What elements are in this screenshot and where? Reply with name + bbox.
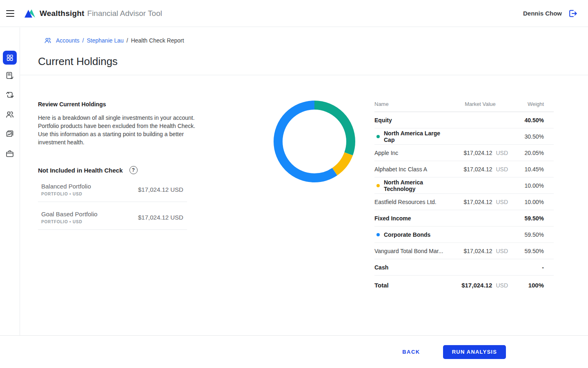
row-name: Total — [374, 282, 389, 289]
table-row: Alphabet Inc Class A $17,024.12 USD 10.4… — [374, 161, 554, 177]
row-name: Alphabet Inc Class A — [374, 166, 427, 173]
row-weight: 59.50% — [518, 231, 554, 238]
holdings-table-header: Name Market Value Weight — [374, 101, 554, 112]
intro-section: Review Current Holdings Here is a breakd… — [38, 101, 202, 146]
clients-icon — [44, 36, 52, 45]
repeat-icon — [5, 90, 15, 100]
sidebar-item-dashboard[interactable] — [3, 51, 17, 65]
portfolio-value: $17,024.12 USD — [138, 214, 187, 221]
user-name: Dennis Chow — [523, 10, 562, 17]
row-weight: 10.00% — [518, 199, 554, 205]
page-title: Current Holdings — [38, 55, 118, 68]
row-weight: 100% — [518, 282, 554, 289]
sidebar-item-transfers[interactable] — [5, 90, 15, 100]
excluded-heading: Not Included in Health Check — [38, 167, 123, 174]
sidebar-item-charts[interactable] — [5, 129, 15, 139]
top-bar: Wealthsight Financial Advisor Tool Denni… — [0, 0, 588, 27]
table-row: North America Technology 10.00% — [374, 177, 554, 194]
category-color-dot — [376, 135, 380, 138]
excluded-portfolio-item: Balanced Portfolio PORTFOLIO • USD $17,0… — [38, 174, 187, 202]
portfolio-meta: PORTFOLIO • USD — [41, 192, 138, 196]
briefcase-icon — [5, 149, 15, 159]
table-row: Apple Inc $17,024.12 USD 20.05% — [374, 145, 554, 161]
breadcrumb-separator: / — [127, 37, 128, 44]
row-weight: 30.50% — [518, 133, 554, 140]
row-weight: 20.05% — [518, 150, 554, 156]
logout-icon[interactable] — [568, 9, 578, 18]
title-divider — [20, 75, 588, 75]
category-color-dot — [376, 184, 380, 187]
row-weight: 10.00% — [518, 182, 554, 189]
brand-suffix: Financial Advisor Tool — [87, 9, 162, 18]
help-circle-icon[interactable] — [129, 166, 138, 174]
row-name: North America Technology — [384, 179, 452, 192]
row-market-value: $17,024.12 — [463, 166, 492, 173]
row-name: Cash — [374, 264, 388, 271]
portfolio-meta: PORTFOLIO • USD — [41, 220, 138, 224]
row-weight: 10.45% — [518, 166, 554, 173]
charts-icon — [5, 129, 15, 139]
back-button[interactable]: BACK — [402, 349, 420, 355]
brand-logo — [24, 9, 36, 18]
app-title: Wealthsight Financial Advisor Tool — [40, 9, 162, 18]
sidebar-item-portfolio[interactable] — [5, 149, 15, 159]
row-name: Corporate Bonds — [384, 231, 430, 238]
table-row: Fixed Income 59.50% — [374, 210, 554, 227]
excluded-list: Balanced Portfolio PORTFOLIO • USD $17,0… — [38, 174, 187, 230]
row-weight: 59.50% — [518, 215, 554, 222]
row-weight: 40.50% — [518, 117, 554, 123]
table-row: Eastfield Resources Ltd. $17,024.12 USD … — [374, 194, 554, 210]
breadcrumb-item: Health Check Report — [131, 37, 184, 44]
holdings-table: Name Market Value Weight Equity 40.50% N… — [374, 101, 554, 294]
table-row: Vanguard Total Bond Mar... $17,024.12 US… — [374, 243, 554, 259]
row-currency: USD — [496, 150, 508, 156]
row-currency: USD — [496, 282, 508, 289]
portfolio-value: $17,024.12 USD — [138, 186, 187, 193]
row-name: North America Large Cap — [384, 130, 452, 143]
column-header-weight: Weight — [518, 101, 554, 107]
sidebar-nav — [0, 27, 20, 335]
excluded-section: Not Included in Health Check Balanced Po… — [38, 166, 187, 230]
donut-chart-svg — [274, 101, 355, 182]
row-name: Equity — [374, 117, 392, 123]
row-weight: - — [518, 264, 554, 271]
breadcrumb-items: Accounts/Stephanie Lau/Health Check Repo… — [56, 37, 184, 44]
report-icon — [5, 70, 15, 80]
table-row: Equity 40.50% — [374, 112, 554, 128]
column-header-market-value: Market Value — [452, 101, 518, 107]
run-analysis-button[interactable]: RUN ANALYSIS — [443, 345, 506, 359]
row-market-value: $17,024.12 — [461, 282, 492, 289]
intro-heading: Review Current Holdings — [38, 101, 202, 108]
table-row: Total $17,024.12 USD 100% — [374, 276, 554, 294]
breadcrumb-item[interactable]: Accounts — [56, 37, 80, 44]
column-header-name: Name — [374, 101, 452, 107]
row-currency: USD — [496, 248, 508, 254]
row-name: Eastfield Resources Ltd. — [374, 199, 437, 205]
breadcrumb-separator: / — [82, 37, 84, 44]
hamburger-menu-icon[interactable] — [6, 10, 14, 17]
app-window: Wealthsight Financial Advisor Tool Denni… — [0, 0, 588, 368]
logo-triangles-icon — [24, 9, 36, 18]
row-name: Apple Inc — [374, 150, 398, 156]
table-row: Corporate Bonds 59.50% — [374, 227, 554, 243]
table-row: Cash - — [374, 259, 554, 276]
row-market-value: $17,024.12 — [463, 199, 492, 205]
breadcrumb: Accounts/Stephanie Lau/Health Check Repo… — [44, 36, 184, 45]
sidebar-item-clients[interactable] — [5, 110, 15, 119]
category-color-dot — [376, 233, 380, 236]
row-market-value: $17,024.12 — [463, 150, 492, 156]
table-row: North America Large Cap 30.50% — [374, 128, 554, 145]
row-currency: USD — [496, 199, 508, 205]
row-name: Vanguard Total Bond Mar... — [374, 248, 443, 254]
allocation-donut-chart — [274, 101, 355, 182]
portfolio-name: Balanced Portfolio — [41, 183, 138, 190]
breadcrumb-item[interactable]: Stephanie Lau — [87, 37, 123, 44]
main-content: Accounts/Stephanie Lau/Health Check Repo… — [20, 27, 588, 335]
footer-bar: BACK RUN ANALYSIS — [0, 335, 588, 368]
brand-name: Wealthsight — [40, 9, 85, 18]
row-name: Fixed Income — [374, 215, 411, 222]
row-weight: 59.50% — [518, 248, 554, 254]
holdings-table-body: Equity 40.50% North America Large Cap 30… — [374, 112, 554, 294]
sidebar-item-reports[interactable] — [5, 70, 15, 80]
clients-icon — [5, 110, 15, 119]
